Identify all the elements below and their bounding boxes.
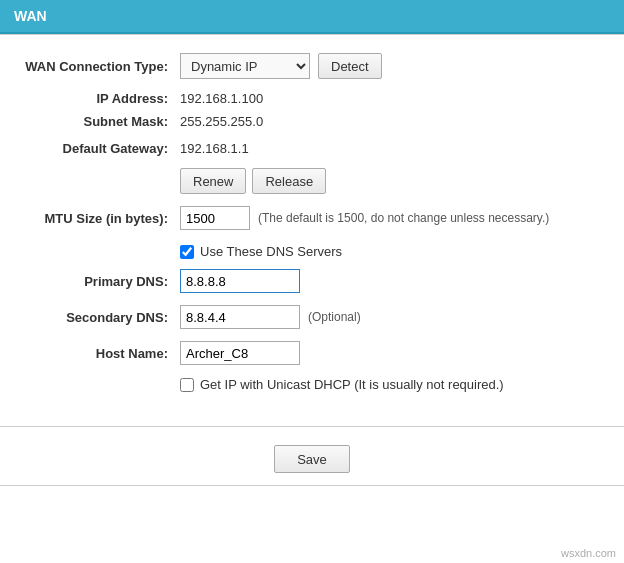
unicast-dhcp-checkbox[interactable]: [180, 378, 194, 392]
release-button[interactable]: Release: [252, 168, 326, 194]
default-gateway-row: Default Gateway: 192.168.1.1: [20, 141, 604, 156]
renew-release-row: Renew Release: [180, 168, 604, 194]
subnet-mask-label: Subnet Mask:: [20, 114, 180, 129]
subnet-mask-value: 255.255.255.0: [180, 114, 263, 129]
default-gateway-label: Default Gateway:: [20, 141, 180, 156]
primary-dns-input[interactable]: [180, 269, 300, 293]
host-name-row: Host Name:: [20, 341, 604, 365]
wan-header: WAN: [0, 0, 624, 34]
watermark: wsxdn.com: [561, 547, 616, 559]
ip-address-value: 192.168.1.100: [180, 91, 263, 106]
renew-button[interactable]: Renew: [180, 168, 246, 194]
page-title: WAN: [14, 8, 47, 24]
wan-connection-type-select[interactable]: Dynamic IP PPPoE Static IP L2TP PPTP: [180, 53, 310, 79]
primary-dns-label: Primary DNS:: [20, 274, 180, 289]
wan-connection-type-label: WAN Connection Type:: [20, 59, 180, 74]
secondary-dns-label: Secondary DNS:: [20, 310, 180, 325]
ip-address-row: IP Address: 192.168.1.100: [20, 91, 604, 106]
save-button[interactable]: Save: [274, 445, 350, 473]
unicast-dhcp-label[interactable]: Get IP with Unicast DHCP (It is usually …: [200, 377, 504, 392]
host-name-label: Host Name:: [20, 346, 180, 361]
detect-button[interactable]: Detect: [318, 53, 382, 79]
mtu-input[interactable]: [180, 206, 250, 230]
default-gateway-value: 192.168.1.1: [180, 141, 249, 156]
wan-connection-type-row: WAN Connection Type: Dynamic IP PPPoE St…: [20, 53, 604, 79]
page-wrapper: WAN WAN Connection Type: Dynamic IP PPPo…: [0, 0, 624, 486]
bottom-section-divider: [0, 426, 624, 427]
content-area: WAN Connection Type: Dynamic IP PPPoE St…: [0, 35, 624, 412]
ip-address-label: IP Address:: [20, 91, 180, 106]
secondary-dns-input[interactable]: [180, 305, 300, 329]
save-row: Save: [0, 437, 624, 485]
bottom-divider: [0, 485, 624, 486]
mtu-label: MTU Size (in bytes):: [20, 211, 180, 226]
unicast-dhcp-row: Get IP with Unicast DHCP (It is usually …: [180, 377, 604, 392]
use-dns-label[interactable]: Use These DNS Servers: [200, 244, 342, 259]
use-dns-checkbox-row: Use These DNS Servers: [180, 244, 604, 259]
secondary-dns-row: Secondary DNS: (Optional): [20, 305, 604, 329]
subnet-mask-row: Subnet Mask: 255.255.255.0: [20, 114, 604, 129]
mtu-note: (The default is 1500, do not change unle…: [258, 211, 549, 225]
mtu-row: MTU Size (in bytes): (The default is 150…: [20, 206, 604, 230]
use-dns-checkbox[interactable]: [180, 245, 194, 259]
host-name-input[interactable]: [180, 341, 300, 365]
secondary-dns-note: (Optional): [308, 310, 361, 324]
primary-dns-row: Primary DNS:: [20, 269, 604, 293]
